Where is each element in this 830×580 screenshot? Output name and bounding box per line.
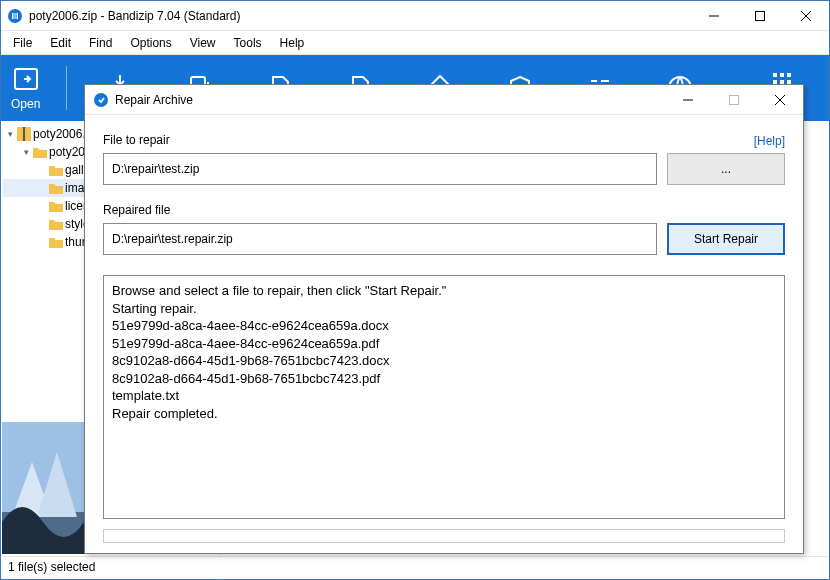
menu-file[interactable]: File [5,34,40,52]
toolbar-open-label: Open [11,97,40,111]
menu-edit[interactable]: Edit [42,34,79,52]
preview-thumbnail[interactable] [2,422,84,554]
repaired-file-label: Repaired file [103,203,785,217]
dialog-close-button[interactable] [757,85,803,115]
dialog-minimize-button[interactable] [665,85,711,115]
repair-log[interactable]: Browse and select a file to repair, then… [103,275,785,519]
minimize-button[interactable] [691,1,737,31]
file-to-repair-input[interactable] [103,153,657,185]
start-repair-button[interactable]: Start Repair [667,223,785,255]
folder-icon [33,145,47,159]
progress-bar [103,529,785,543]
svg-rect-7 [780,73,784,77]
titlebar: poty2006.zip - Bandizip 7.04 (Standard) [1,1,829,31]
help-link[interactable]: [Help] [754,134,785,148]
dialog-body: File to repair [Help] ... Repaired file … [85,115,803,553]
folder-icon [49,217,63,231]
menu-options[interactable]: Options [122,34,179,52]
window-title: poty2006.zip - Bandizip 7.04 (Standard) [29,9,691,23]
folder-icon [49,181,63,195]
svg-rect-17 [730,95,739,104]
app-icon [7,8,23,24]
repaired-file-input[interactable] [103,223,657,255]
svg-rect-8 [787,73,791,77]
maximize-button[interactable] [737,1,783,31]
menu-help[interactable]: Help [272,34,313,52]
collapse-icon[interactable]: ▾ [21,147,31,157]
file-to-repair-label: File to repair [103,133,170,147]
zip-icon [17,127,31,141]
menubar: File Edit Find Options View Tools Help [1,31,829,55]
toolbar-separator [66,66,67,110]
menu-tools[interactable]: Tools [226,34,270,52]
status-text: 1 file(s) selected [8,560,95,574]
repair-archive-dialog: Repair Archive File to repair [Help] ...… [84,84,804,554]
folder-icon [49,199,63,213]
menu-view[interactable]: View [182,34,224,52]
folder-icon [49,163,63,177]
menu-find[interactable]: Find [81,34,120,52]
close-button[interactable] [783,1,829,31]
folder-icon [49,235,63,249]
browse-button[interactable]: ... [667,153,785,185]
dialog-maximize-button [711,85,757,115]
dialog-titlebar: Repair Archive [85,85,803,115]
svg-point-16 [94,93,108,107]
dialog-title: Repair Archive [115,93,665,107]
open-icon [12,65,40,93]
svg-rect-13 [23,127,25,141]
collapse-icon[interactable]: ▾ [5,129,15,139]
toolbar-open-button[interactable]: Open [11,65,40,111]
svg-rect-6 [773,73,777,77]
status-bar: 1 file(s) selected [2,556,828,578]
svg-rect-1 [756,11,765,20]
app-icon [93,92,109,108]
